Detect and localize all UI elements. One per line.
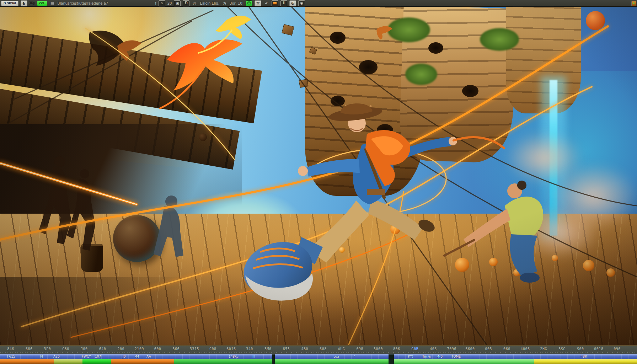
right-character (444, 181, 543, 283)
timeline-segment-yellowgreen[interactable] (54, 359, 82, 364)
track-label: A20 (53, 355, 60, 358)
ruler-label: 640 (99, 347, 106, 351)
ruler-label: 846 (7, 347, 14, 351)
ruler-label: 6600 (465, 347, 475, 351)
pillars-icon[interactable]: Ⅱ (280, 0, 287, 6)
os-button[interactable]: OS (37, 1, 47, 6)
track-label: 4(0 (437, 355, 443, 358)
swirl-icon[interactable]: ◎ (192, 1, 198, 6)
ruler-label: 090 (614, 347, 621, 351)
orange-chip-icon[interactable] (272, 0, 278, 6)
track-label: AA (146, 355, 151, 358)
toolbar: B SPS6I♞XeOS▤Blanusrcestiutasraledene a7… (0, 0, 637, 7)
ruler-label: 806 (393, 347, 400, 351)
ruler-ticks (0, 352, 637, 353)
eagle-icon[interactable]: ✠ (289, 0, 296, 6)
track-label: f BR (580, 355, 587, 358)
ruler-label: 608 (320, 347, 327, 351)
wedge-icon[interactable]: ◔ (221, 1, 228, 6)
floppy-icon[interactable]: ▤ (49, 1, 55, 6)
session-title: Blanusrcestiutasraledene a7 (58, 1, 108, 5)
ealcin-label: Ealcin Elig: (200, 1, 219, 5)
pickaxe-icon[interactable]: ⚒ (255, 0, 261, 6)
ruler-label: 3P0 (44, 347, 51, 351)
timeline-segment-green2[interactable] (275, 359, 389, 364)
coin-icon[interactable]: ◉ (298, 0, 305, 6)
firebird-small (215, 16, 251, 39)
b-sps-button[interactable]: B SPS6I (1, 1, 18, 6)
ruler-label: 003 (485, 347, 492, 351)
ruler-label: 6016 (226, 347, 236, 351)
track-label: Tim& (422, 355, 431, 358)
timeline-segment-gap[interactable] (272, 359, 275, 364)
track-gap (272, 354, 275, 359)
track-label: Loa (333, 355, 339, 358)
timeline-segment-brightgreen[interactable] (82, 359, 111, 364)
ruler-label: J00 (81, 347, 88, 351)
track-label: FWCY (82, 355, 91, 358)
ruler-label: 7096 (447, 347, 456, 351)
ruler-label: 855 (283, 347, 290, 351)
ruler-label: 3000 (374, 347, 383, 351)
timeline-segment-track[interactable] (0, 359, 637, 364)
track-label: 44 (135, 355, 139, 358)
d-badge-icon[interactable]: Ð (183, 0, 189, 6)
ruler-label: 200 (117, 347, 124, 351)
application-window: B SPS6I♞XeOS▤Blanusrcestiutasraledene a7… (0, 0, 637, 364)
timeline-segment-lightgreen[interactable] (394, 359, 534, 364)
ruler-label: 3315 (190, 347, 199, 351)
track-label: 107 (95, 355, 101, 358)
ruler-label: 060 (503, 347, 510, 351)
bor-counter: 3or: 10| (230, 1, 243, 5)
ruler-label: C08 (209, 347, 216, 351)
xe-logo: Xe (30, 1, 35, 6)
timeline-segment-yellow[interactable] (534, 359, 637, 364)
scene-overlay (0, 7, 637, 345)
toolbar-items: B SPS6I♞XeOS▤Blanusrcestiutasraledene a7… (1, 0, 305, 6)
main-character (237, 103, 504, 304)
ruler-label: 600 (154, 347, 161, 351)
claw-icon[interactable]: ♞ (21, 0, 27, 6)
ruler-label: 4006 (521, 347, 530, 351)
bird-right (376, 26, 392, 40)
timeline-ruler[interactable]: 8466863P0G80J0064020021096003663315C0860… (0, 345, 637, 354)
ruler-label: 4B0 (301, 347, 308, 351)
timeline-segment-green[interactable] (174, 359, 272, 364)
timeline-segment-orange[interactable] (111, 359, 174, 364)
f-indicator: f (155, 1, 156, 5)
track-label: J0 (123, 355, 125, 358)
ruler-label: G80 (62, 347, 69, 351)
timeline-info-track[interactable]: I 615FIA20FWCY107J044AA148kaIIILoa"KY)Ti… (0, 354, 637, 359)
corner-status-icon[interactable] (631, 1, 636, 6)
ruler-label: 340 (246, 347, 253, 351)
track-label: TOME (451, 355, 461, 358)
track-label: 148ka (229, 355, 239, 358)
ruler-label: 0018 (594, 347, 603, 351)
track-label: KY) (408, 355, 413, 358)
ruler-label: 3SG (558, 347, 566, 351)
track-label: III (252, 355, 255, 358)
ruler-label: AUG (338, 347, 345, 351)
timeline-segment-gap[interactable] (389, 359, 394, 364)
track-gap (389, 354, 394, 359)
ruler-label: 2109 (135, 347, 144, 351)
bell-icon[interactable]: ♙ (159, 0, 165, 6)
track-label: I 615 (7, 355, 15, 358)
ruler-label: 098 (357, 347, 364, 351)
laser-core (0, 163, 136, 204)
window-icon[interactable]: ▣ (174, 0, 181, 6)
ruler-label: 366 (173, 347, 180, 351)
mask-icon[interactable]: ☺ (246, 0, 252, 6)
ruler-label: 686 (26, 347, 33, 351)
silhouette-runners (38, 156, 95, 251)
ruler-label: G0B (412, 347, 419, 351)
game-viewport[interactable] (0, 7, 637, 345)
feather-icon[interactable]: ✒ (262, 0, 271, 7)
timeline-segment-orange[interactable] (0, 359, 54, 364)
ruler-label: 2HG (540, 347, 547, 351)
track-label: " (354, 355, 355, 358)
ruler-label: S00 (577, 347, 584, 351)
ruler-label: 40S (430, 347, 437, 351)
track-label: FI (40, 355, 43, 358)
count-label: 20 (167, 1, 172, 5)
